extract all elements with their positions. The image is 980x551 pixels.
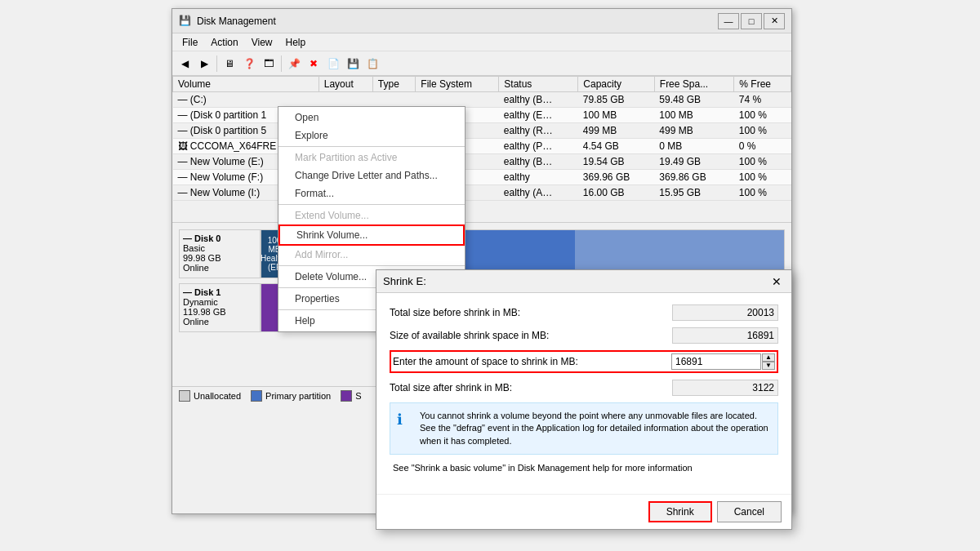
cell-5-4: ealthy [499,170,578,185]
menu-view[interactable]: View [245,35,279,50]
value-total-after: 3122 [672,380,778,396]
info-text: You cannot shrink a volume beyond the po… [420,410,771,447]
dialog-body: Total size before shrink in MB: 20013 Si… [376,293,791,494]
dialog-row-shrink-amount: Enter the amount of space to shrink in M… [390,350,778,373]
cell-1-5: 100 MB [578,108,654,123]
legend-unallocated-label: Unallocated [194,391,241,401]
menu-file[interactable]: File [176,35,204,50]
col-freespace[interactable]: Free Spa... [654,77,734,92]
save-button[interactable]: 💾 [344,55,362,73]
ctx-explore[interactable]: Explore [278,127,465,144]
close-button[interactable]: ✕ [764,13,785,29]
maximize-button[interactable]: □ [741,13,762,29]
cell-0-3 [416,92,499,108]
cell-2-4: ealthy (R… [499,123,578,139]
ctx-change-letter[interactable]: Change Drive Letter and Paths... [278,167,465,184]
cell-1-4: ealthy (E… [499,108,578,123]
app-icon: 💾 [179,15,192,28]
label-available: Size of available shrink space in MB: [390,330,672,341]
table-row[interactable]: — (Disk 0 partition 1ealthy (E…100 MB100… [173,108,791,123]
disk-1-size: 119.98 GB [183,307,256,317]
ctx-shrink[interactable]: Shrink Volume... [278,224,465,246]
col-filesystem[interactable]: File System [416,77,499,92]
cell-0-4: ealthy (B… [499,92,578,108]
delete-button[interactable]: ✖ [305,55,323,73]
window-controls: — □ ✕ [718,13,785,29]
cell-6-6: 15.95 GB [654,185,734,201]
ctx-open[interactable]: Open [278,109,465,127]
disk-0-name: — Disk 0 [183,233,256,243]
shrink-dialog: Shrink E: ✕ Total size before shrink in … [376,269,792,530]
toolbar: ◀ ▶ 🖥 ❓ 🗔 📌 ✖ 📄 💾 📋 [172,51,791,76]
cancel-button[interactable]: Cancel [717,501,782,522]
col-capacity[interactable]: Capacity [578,77,654,92]
cell-4-7: 100 % [734,154,791,170]
spin-down-button[interactable]: ▼ [762,362,775,370]
window-title: Disk Management [197,16,718,27]
table-row[interactable]: — (Disk 0 partition 5ealthy (R…499 MB499… [173,123,791,139]
cell-3-4: ealthy (P… [499,139,578,154]
table-row[interactable]: — (C:)ealthy (B…79.85 GB59.48 GB74 % [173,92,791,108]
cell-0-5: 79.85 GB [578,92,654,108]
col-status[interactable]: Status [499,77,578,92]
cell-3-7: 0 % [734,139,791,154]
cell-2-5: 499 MB [578,123,654,139]
back-button[interactable]: ◀ [176,55,194,73]
table-row[interactable]: — New Volume (E:)ealthy (B…19.54 GB19.49… [173,154,791,170]
disk-0-status: Online [183,263,256,273]
col-type[interactable]: Type [372,77,416,92]
dialog-row-total-after: Total size after shrink in MB: 3122 [390,380,778,396]
ctx-sep-2 [278,204,465,205]
menu-help[interactable]: Help [279,35,313,50]
legend-unallocated: Unallocated [179,390,241,402]
spin-up-button[interactable]: ▲ [762,353,775,362]
cell-0-6: 59.48 GB [654,92,734,108]
toolbar-separator-1 [216,56,217,72]
shrink-button[interactable]: Shrink [648,501,712,522]
shrink-amount-input[interactable] [671,353,761,370]
ctx-add-mirror: Add Mirror... [278,246,465,264]
dialog-close-button[interactable]: ✕ [768,273,785,290]
ctx-mark-active: Mark Partition as Active [278,149,465,167]
table-row[interactable]: — New Volume (I:)ealthy (A…16.00 GB15.95… [173,185,791,201]
legend-primary-label: Primary partition [265,391,331,401]
col-volume[interactable]: Volume [173,77,319,92]
dialog-title-bar: Shrink E: ✕ [376,270,791,293]
cell-5-7: 100 % [734,170,791,185]
window-button[interactable]: 🗔 [260,55,278,73]
forward-button[interactable]: ▶ [195,55,213,73]
spinner-buttons: ▲ ▼ [762,353,775,370]
ctx-format[interactable]: Format... [278,184,465,202]
title-bar: 💾 Disk Management — □ ✕ [172,9,791,33]
legend-simple: S [341,390,361,402]
dialog-title-text: Shrink E: [383,275,768,287]
toolbar-separator-2 [281,56,282,72]
screen-button[interactable]: 🖥 [220,55,238,73]
table-row[interactable]: — New Volume (F:)ealthy369.96 GB369.86 G… [173,170,791,185]
volumes-table-area[interactable]: Volume Layout Type File System Status Ca… [172,76,791,223]
menu-action[interactable]: Action [204,35,244,50]
pin-button[interactable]: 📌 [285,55,303,73]
col-layout[interactable]: Layout [318,77,372,92]
cell-6-5: 16.00 GB [578,185,654,201]
legend-unallocated-box [179,390,190,402]
minimize-button[interactable]: — [718,13,739,29]
label-total-after: Total size after shrink in MB: [390,382,672,393]
cell-1-7: 100 % [734,108,791,123]
cell-0-0: — (C:) [173,92,319,108]
ctx-extend: Extend Volume... [278,207,465,224]
help-button[interactable]: ❓ [240,55,258,73]
cell-6-4: ealthy (A… [499,185,578,201]
table-row[interactable]: 🖼 CCCOMA_X64FREealthy (P…4.54 GB0 MB0 % [173,139,791,154]
info-icon: ℹ [397,410,413,447]
clipboard-button[interactable]: 📋 [363,55,381,73]
disk-1-label: — Disk 1 Dynamic 119.98 GB Online [179,283,261,332]
cell-2-6: 499 MB [654,123,734,139]
col-pctfree[interactable]: % Free [734,77,791,92]
cell-4-4: ealthy (B… [499,154,578,170]
disk-0-size: 99.98 GB [183,253,256,263]
ctx-sep-3 [278,265,465,266]
doc-button[interactable]: 📄 [324,55,342,73]
cell-6-7: 100 % [734,185,791,201]
disk-1-status: Online [183,317,256,327]
